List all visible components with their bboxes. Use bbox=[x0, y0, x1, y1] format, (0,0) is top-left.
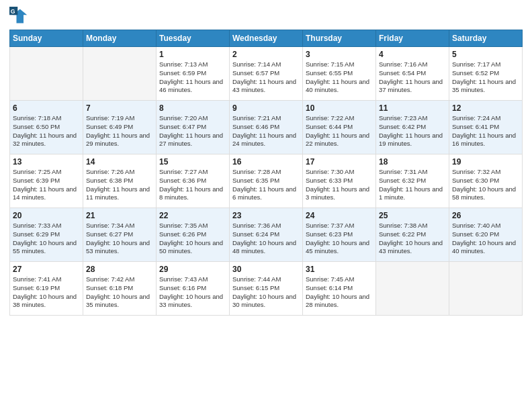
day-cell: 1Sunrise: 7:13 AMSunset: 6:59 PMDaylight… bbox=[157, 47, 230, 101]
day-number: 20 bbox=[13, 211, 80, 220]
day-info: Sunrise: 7:31 AMSunset: 6:32 PMDaylight:… bbox=[379, 168, 446, 202]
day-cell: 27Sunrise: 7:41 AMSunset: 6:19 PMDayligh… bbox=[10, 262, 83, 316]
day-number: 17 bbox=[306, 157, 373, 167]
day-cell: 31Sunrise: 7:45 AMSunset: 6:14 PMDayligh… bbox=[303, 262, 376, 316]
day-info: Sunrise: 7:15 AMSunset: 6:55 PMDaylight:… bbox=[306, 60, 373, 95]
day-cell: 17Sunrise: 7:30 AMSunset: 6:33 PMDayligh… bbox=[303, 154, 376, 208]
day-number: 10 bbox=[306, 103, 373, 113]
day-number: 16 bbox=[232, 157, 300, 167]
header-day: Saturday bbox=[449, 30, 523, 47]
day-info: Sunrise: 7:41 AMSunset: 6:19 PMDaylight:… bbox=[13, 275, 80, 310]
day-number: 28 bbox=[86, 265, 153, 274]
week-row: 13Sunrise: 7:25 AMSunset: 6:39 PMDayligh… bbox=[10, 154, 523, 208]
day-cell: 7Sunrise: 7:19 AMSunset: 6:49 PMDaylight… bbox=[83, 101, 157, 154]
day-cell: 14Sunrise: 7:26 AMSunset: 6:38 PMDayligh… bbox=[83, 154, 157, 208]
day-number: 6 bbox=[13, 103, 80, 113]
week-row: 20Sunrise: 7:33 AMSunset: 6:29 PMDayligh… bbox=[10, 208, 523, 262]
day-number: 26 bbox=[452, 211, 519, 220]
day-info: Sunrise: 7:27 AMSunset: 6:36 PMDaylight:… bbox=[159, 168, 226, 202]
day-cell: 18Sunrise: 7:31 AMSunset: 6:32 PMDayligh… bbox=[376, 154, 449, 208]
day-cell: 4Sunrise: 7:16 AMSunset: 6:54 PMDaylight… bbox=[376, 47, 449, 101]
header-day: Monday bbox=[83, 30, 157, 47]
day-number: 31 bbox=[306, 265, 373, 274]
day-number: 7 bbox=[86, 103, 153, 113]
day-cell: 29Sunrise: 7:43 AMSunset: 6:16 PMDayligh… bbox=[157, 262, 230, 316]
day-number: 29 bbox=[159, 265, 226, 274]
header-day: Thursday bbox=[303, 30, 376, 47]
day-cell: 26Sunrise: 7:40 AMSunset: 6:20 PMDayligh… bbox=[449, 208, 523, 262]
day-info: Sunrise: 7:26 AMSunset: 6:38 PMDaylight:… bbox=[86, 168, 153, 202]
day-number: 23 bbox=[232, 211, 300, 220]
day-number: 30 bbox=[232, 265, 300, 274]
day-info: Sunrise: 7:36 AMSunset: 6:24 PMDaylight:… bbox=[232, 222, 300, 256]
day-info: Sunrise: 7:33 AMSunset: 6:29 PMDaylight:… bbox=[13, 222, 80, 256]
day-cell: 28Sunrise: 7:42 AMSunset: 6:18 PMDayligh… bbox=[83, 262, 157, 316]
logo-icon: G bbox=[9, 7, 28, 26]
day-cell: 19Sunrise: 7:32 AMSunset: 6:30 PMDayligh… bbox=[449, 154, 523, 208]
day-number: 5 bbox=[452, 50, 519, 59]
day-number: 18 bbox=[379, 157, 446, 167]
day-number: 22 bbox=[159, 211, 226, 220]
day-cell: 12Sunrise: 7:24 AMSunset: 6:41 PMDayligh… bbox=[449, 101, 523, 154]
header: G bbox=[9, 7, 523, 26]
day-info: Sunrise: 7:34 AMSunset: 6:27 PMDaylight:… bbox=[86, 222, 153, 256]
day-cell: 13Sunrise: 7:25 AMSunset: 6:39 PMDayligh… bbox=[10, 154, 83, 208]
day-number: 4 bbox=[379, 50, 446, 59]
day-cell: 11Sunrise: 7:23 AMSunset: 6:42 PMDayligh… bbox=[376, 101, 449, 154]
day-info: Sunrise: 7:24 AMSunset: 6:41 PMDaylight:… bbox=[452, 114, 519, 148]
day-number: 9 bbox=[232, 103, 300, 113]
week-row: 1Sunrise: 7:13 AMSunset: 6:59 PMDaylight… bbox=[10, 47, 523, 101]
day-cell: 23Sunrise: 7:36 AMSunset: 6:24 PMDayligh… bbox=[230, 208, 303, 262]
day-info: Sunrise: 7:44 AMSunset: 6:15 PMDaylight:… bbox=[232, 275, 300, 310]
header-day: Sunday bbox=[10, 30, 83, 47]
day-info: Sunrise: 7:25 AMSunset: 6:39 PMDaylight:… bbox=[13, 168, 80, 202]
logo: G bbox=[9, 7, 31, 26]
day-number: 15 bbox=[159, 157, 226, 167]
day-number: 11 bbox=[379, 103, 446, 113]
calendar-table: SundayMondayTuesdayWednesdayThursdayFrid… bbox=[9, 30, 523, 316]
day-info: Sunrise: 7:28 AMSunset: 6:35 PMDaylight:… bbox=[232, 168, 300, 202]
day-cell: 25Sunrise: 7:38 AMSunset: 6:22 PMDayligh… bbox=[376, 208, 449, 262]
day-cell bbox=[83, 47, 157, 101]
header-day: Friday bbox=[376, 30, 449, 47]
day-info: Sunrise: 7:43 AMSunset: 6:16 PMDaylight:… bbox=[159, 275, 226, 310]
header-day: Wednesday bbox=[230, 30, 303, 47]
day-info: Sunrise: 7:38 AMSunset: 6:22 PMDaylight:… bbox=[379, 222, 446, 256]
day-number: 1 bbox=[159, 50, 226, 59]
day-cell: 24Sunrise: 7:37 AMSunset: 6:23 PMDayligh… bbox=[303, 208, 376, 262]
day-cell: 30Sunrise: 7:44 AMSunset: 6:15 PMDayligh… bbox=[230, 262, 303, 316]
day-number: 8 bbox=[159, 103, 226, 113]
day-info: Sunrise: 7:37 AMSunset: 6:23 PMDaylight:… bbox=[306, 222, 373, 256]
day-info: Sunrise: 7:23 AMSunset: 6:42 PMDaylight:… bbox=[379, 114, 446, 148]
svg-text:G: G bbox=[11, 8, 15, 15]
day-cell: 3Sunrise: 7:15 AMSunset: 6:55 PMDaylight… bbox=[303, 47, 376, 101]
day-info: Sunrise: 7:14 AMSunset: 6:57 PMDaylight:… bbox=[232, 60, 300, 95]
day-cell bbox=[376, 262, 449, 316]
day-number: 13 bbox=[13, 157, 80, 167]
day-info: Sunrise: 7:21 AMSunset: 6:46 PMDaylight:… bbox=[232, 114, 300, 148]
day-cell: 8Sunrise: 7:20 AMSunset: 6:47 PMDaylight… bbox=[157, 101, 230, 154]
day-info: Sunrise: 7:30 AMSunset: 6:33 PMDaylight:… bbox=[306, 168, 373, 202]
day-cell: 9Sunrise: 7:21 AMSunset: 6:46 PMDaylight… bbox=[230, 101, 303, 154]
day-number: 27 bbox=[13, 265, 80, 274]
page: G SundayMondayTuesdayWednesdayThursdayFr… bbox=[0, 0, 532, 325]
day-info: Sunrise: 7:20 AMSunset: 6:47 PMDaylight:… bbox=[159, 114, 226, 148]
day-cell bbox=[10, 47, 83, 101]
day-number: 12 bbox=[452, 103, 519, 113]
day-number: 3 bbox=[306, 50, 373, 59]
day-info: Sunrise: 7:17 AMSunset: 6:52 PMDaylight:… bbox=[452, 60, 519, 95]
day-info: Sunrise: 7:19 AMSunset: 6:49 PMDaylight:… bbox=[86, 114, 153, 148]
day-info: Sunrise: 7:16 AMSunset: 6:54 PMDaylight:… bbox=[379, 60, 446, 95]
header-row: SundayMondayTuesdayWednesdayThursdayFrid… bbox=[10, 30, 523, 47]
day-cell: 22Sunrise: 7:35 AMSunset: 6:26 PMDayligh… bbox=[157, 208, 230, 262]
day-number: 2 bbox=[232, 50, 300, 59]
day-info: Sunrise: 7:42 AMSunset: 6:18 PMDaylight:… bbox=[86, 275, 153, 310]
day-info: Sunrise: 7:45 AMSunset: 6:14 PMDaylight:… bbox=[306, 275, 373, 310]
day-info: Sunrise: 7:18 AMSunset: 6:50 PMDaylight:… bbox=[13, 114, 80, 148]
day-cell: 2Sunrise: 7:14 AMSunset: 6:57 PMDaylight… bbox=[230, 47, 303, 101]
day-cell: 6Sunrise: 7:18 AMSunset: 6:50 PMDaylight… bbox=[10, 101, 83, 154]
day-number: 14 bbox=[86, 157, 153, 167]
day-info: Sunrise: 7:32 AMSunset: 6:30 PMDaylight:… bbox=[452, 168, 519, 202]
day-info: Sunrise: 7:22 AMSunset: 6:44 PMDaylight:… bbox=[306, 114, 373, 148]
day-cell: 16Sunrise: 7:28 AMSunset: 6:35 PMDayligh… bbox=[230, 154, 303, 208]
